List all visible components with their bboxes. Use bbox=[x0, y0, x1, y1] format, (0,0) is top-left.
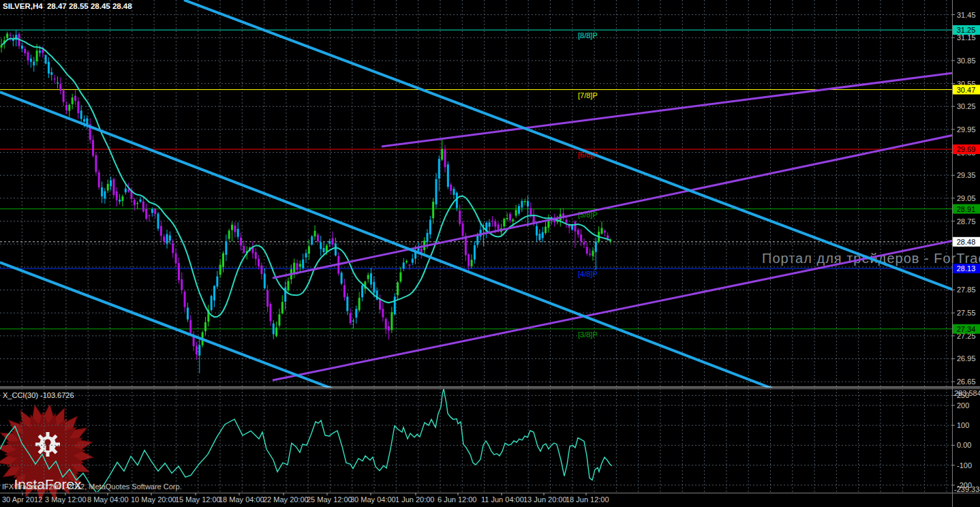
grid-layer bbox=[0, 0, 952, 493]
time-tick-label: 18 Jun 12:00 bbox=[566, 495, 609, 504]
cci-tick-label: 200 bbox=[957, 401, 969, 410]
price-tick-label: 26.95 bbox=[957, 354, 976, 363]
price-tick-label: 26.65 bbox=[957, 378, 976, 386]
price-tick-label: 29.35 bbox=[957, 171, 976, 179]
cci-bound-label: 283.5843 bbox=[954, 389, 980, 397]
time-tick-label: 22 May 20:00 bbox=[263, 495, 309, 504]
price-tick-label: 30.25 bbox=[957, 102, 976, 110]
chart-title: SILVER,H4 28.47 28.55 28.45 28.48 bbox=[3, 2, 132, 10]
time-axis[interactable]: 30 Apr 20123 May 12:008 May 04:0010 May … bbox=[2, 493, 609, 504]
cci-bound-label: -239.3343 bbox=[954, 485, 980, 493]
ma-line bbox=[1, 38, 611, 317]
time-tick-label: 18 May 04:00 bbox=[219, 495, 264, 504]
time-tick-label: 11 Jun 04:00 bbox=[481, 495, 524, 504]
time-tick-label: 6 Jun 12:00 bbox=[438, 495, 477, 504]
price-tick-label: 27.55 bbox=[957, 309, 976, 317]
price-badge: 28.48 bbox=[957, 238, 976, 246]
time-tick-label: 10 May 20:00 bbox=[131, 495, 177, 504]
price-tick-label: 27.85 bbox=[957, 286, 976, 294]
time-tick-label: 1 Jun 20:00 bbox=[395, 495, 435, 504]
candles-layer bbox=[1, 30, 612, 373]
cci-tick-label: 0.00 bbox=[957, 441, 971, 449]
copyright-text: IFX Trader, © 2001-2012, MetaQuotes Soft… bbox=[2, 482, 182, 491]
time-tick-label: 30 May 04:00 bbox=[350, 495, 396, 504]
time-tick-label: 30 Apr 2012 bbox=[2, 495, 42, 504]
price-tick-label: 31.15 bbox=[957, 33, 976, 42]
price-tick-label: 31.45 bbox=[957, 11, 976, 19]
cci-tick-label: 100 bbox=[957, 421, 969, 429]
indicator-label: X_CCI(30) -103.6726 bbox=[3, 391, 74, 399]
price-tick-label: 28.75 bbox=[957, 217, 976, 226]
time-tick-label: 13 Jun 20:00 bbox=[523, 495, 567, 504]
pane-separators bbox=[0, 0, 980, 507]
price-axis[interactable]: 31.4531.1530.8530.5530.2529.9529.6529.35… bbox=[952, 11, 980, 493]
murrey-level-label: [8/8]P bbox=[578, 31, 598, 40]
price-badge: 28.91 bbox=[957, 205, 976, 213]
trading-chart-window: Портал для трейдеров - ForTrader.ru Inst… bbox=[0, 0, 980, 507]
price-badge: 29.69 bbox=[957, 145, 976, 153]
time-tick-label: 25 May 12:00 bbox=[307, 495, 352, 504]
price-badge: 30.47 bbox=[957, 86, 976, 94]
price-badge: 28.13 bbox=[957, 264, 976, 273]
price-tick-label: 29.05 bbox=[957, 194, 976, 202]
price-badge: 31.25 bbox=[957, 26, 976, 34]
murrey-level-label: [4/8]P bbox=[578, 270, 598, 278]
time-tick-label: 15 May 12:00 bbox=[175, 495, 221, 504]
trend-lines-layer bbox=[0, 0, 980, 388]
time-tick-label: 8 May 04:00 bbox=[87, 495, 129, 504]
cci-tick-label: -100 bbox=[957, 461, 972, 470]
price-badge: 27.34 bbox=[957, 325, 976, 333]
murrey-level-label: [3/8]P bbox=[578, 331, 598, 339]
cci-layer bbox=[0, 389, 612, 493]
chart-canvas[interactable]: [8/8]P[7/8]P[6/8]P[5/8]P[4/8]P[3/8]P31.4… bbox=[0, 0, 980, 507]
murrey-level-label: [7/8]P bbox=[578, 91, 598, 99]
price-tick-label: 29.95 bbox=[957, 125, 976, 134]
time-tick-label: 3 May 12:00 bbox=[45, 495, 87, 504]
price-tick-label: 30.85 bbox=[957, 57, 976, 65]
murrey-levels-layer: [8/8]P[7/8]P[6/8]P[5/8]P[4/8]P[3/8]P bbox=[0, 30, 952, 339]
